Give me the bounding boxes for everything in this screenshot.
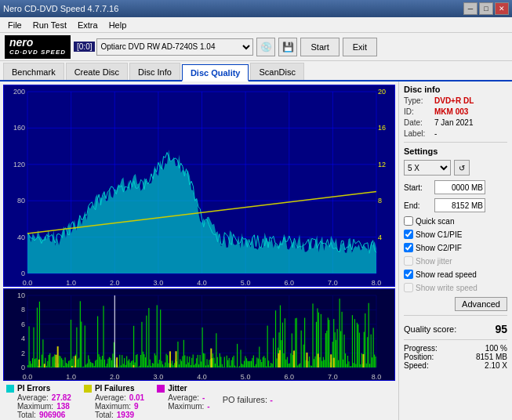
pi-failures-label: PI Failures	[95, 384, 135, 393]
title-text: Nero CD-DVD Speed 4.7.7.16	[3, 4, 118, 13]
quick-scan-checkbox[interactable]	[404, 216, 413, 226]
disc-label-row: Label: -	[404, 129, 507, 138]
disc-id-row: ID: MKM 003	[404, 107, 507, 116]
pi-failures-avg-value: 0.01	[129, 393, 144, 402]
quick-scan-label: Quick scan	[416, 217, 454, 226]
show-write-speed-label: Show write speed	[416, 284, 478, 292]
speed-dropdown[interactable]: 5 X	[404, 160, 451, 176]
bottom-chart	[3, 288, 395, 381]
start-label: Start:	[404, 183, 431, 192]
quality-score-value: 95	[495, 323, 507, 335]
progress-section: Progress: 100 % Position: 8151 MB Speed:…	[404, 344, 507, 370]
show-write-speed-row[interactable]: Show write speed	[404, 283, 507, 292]
pi-errors-total-label: Total:	[17, 411, 36, 419]
progress-value: 100 %	[485, 344, 507, 353]
menu-bar: File Run Test Extra Help	[0, 17, 512, 33]
quality-row: Quality score: 95	[404, 323, 507, 335]
chart-area: PI Errors Average: 27.82 Maximum: 138 To…	[0, 81, 398, 420]
end-label: End:	[404, 201, 431, 210]
legend-pi-errors-title: PI Errors	[6, 384, 71, 393]
legend-po-failures: PO failures: -	[223, 384, 273, 415]
jitter-label: Jitter	[168, 384, 187, 393]
tab-benchmark[interactable]: Benchmark	[3, 63, 64, 80]
minimize-button[interactable]: ─	[463, 2, 478, 15]
po-failures-label: PO failures:	[223, 395, 267, 404]
tab-scan-disc[interactable]: ScanDisc	[250, 63, 303, 80]
show-read-speed-checkbox[interactable]	[404, 270, 413, 279]
save-button[interactable]: 💾	[278, 38, 297, 56]
show-c2-pif-checkbox[interactable]	[404, 243, 413, 252]
advanced-button[interactable]: Advanced	[455, 297, 507, 311]
pi-failures-avg-label: Average:	[95, 393, 126, 402]
disc-type-value: DVD+R DL	[434, 96, 474, 105]
drive-dropdown[interactable]: Optiarc DVD RW AD-7240S 1.04	[96, 38, 253, 56]
menu-file[interactable]: File	[3, 19, 27, 31]
legend-pi-failures-title: PI Failures	[84, 384, 144, 393]
main-content: PI Errors Average: 27.82 Maximum: 138 To…	[0, 81, 512, 420]
drive-selector[interactable]: [0:0] Optiarc DVD RW AD-7240S 1.04	[74, 38, 253, 56]
tab-disc-quality[interactable]: Disc Quality	[182, 64, 249, 81]
disc-type-label: Type:	[404, 96, 431, 105]
end-input-row[interactable]: End:	[404, 198, 507, 212]
menu-help[interactable]: Help	[104, 19, 132, 31]
tab-disc-info[interactable]: Disc Info	[129, 63, 180, 80]
disc-type-row: Type: DVD+R DL	[404, 96, 507, 105]
pi-errors-avg-value: 27.82	[52, 393, 71, 402]
pi-failures-max-label: Maximum:	[95, 402, 131, 411]
legend-jitter-title: Jitter	[157, 384, 209, 393]
show-jitter-checkbox[interactable]	[404, 256, 413, 266]
divider-1	[404, 142, 507, 143]
show-write-speed-checkbox[interactable]	[404, 283, 413, 292]
disc-date-label: Date:	[404, 118, 431, 127]
jitter-max-label: Maximum:	[168, 402, 204, 411]
disc-label-value: -	[434, 129, 437, 138]
divider-3	[404, 339, 507, 340]
menu-extra[interactable]: Extra	[73, 19, 103, 31]
disc-date-row: Date: 7 Jan 2021	[404, 118, 507, 127]
pi-failures-max-value: 9	[134, 402, 139, 411]
title-bar: Nero CD-DVD Speed 4.7.7.16 ─ □ ✕	[0, 0, 512, 17]
top-chart-canvas	[4, 85, 395, 287]
drive-label: [0:0]	[74, 42, 95, 52]
jitter-avg-value: -	[202, 393, 205, 402]
show-c1-pie-row[interactable]: Show C1/PIE	[404, 230, 507, 239]
disc-id-label: ID:	[404, 107, 431, 116]
disc-info-title: Disc info	[404, 85, 507, 94]
pi-failures-total-value: 1939	[117, 411, 134, 419]
tab-create-disc[interactable]: Create Disc	[66, 63, 128, 80]
show-c1-pie-checkbox[interactable]	[404, 230, 413, 239]
pi-failures-total-label: Total:	[95, 411, 114, 419]
show-read-speed-label: Show read speed	[416, 270, 477, 279]
legend-row: PI Errors Average: 27.82 Maximum: 138 To…	[3, 382, 395, 417]
show-read-speed-row[interactable]: Show read speed	[404, 270, 507, 279]
jitter-color-dot	[157, 385, 165, 393]
pi-errors-max-value: 138	[56, 402, 70, 411]
speed-row: Speed: 2.10 X	[404, 361, 507, 370]
bottom-chart-canvas	[4, 289, 395, 381]
speed-settings-row[interactable]: 5 X ↺	[404, 160, 507, 176]
nero-logo: nero CD·DVD SPEED	[5, 35, 71, 59]
disc-icon-button[interactable]: 💿	[256, 38, 275, 56]
quick-scan-row[interactable]: Quick scan	[404, 216, 507, 226]
end-input[interactable]	[434, 198, 485, 212]
window-controls[interactable]: ─ □ ✕	[463, 2, 509, 15]
menu-run-test[interactable]: Run Test	[28, 19, 71, 31]
close-button[interactable]: ✕	[495, 2, 509, 15]
tab-bar: Benchmark Create Disc Disc Info Disc Qua…	[0, 61, 512, 81]
settings-refresh-button[interactable]: ↺	[454, 160, 470, 176]
exit-button[interactable]: Exit	[343, 38, 377, 56]
show-c2-pif-row[interactable]: Show C2/PIF	[404, 243, 507, 252]
top-chart	[3, 85, 395, 287]
start-button[interactable]: Start	[300, 38, 339, 56]
start-input-row[interactable]: Start:	[404, 180, 507, 194]
show-jitter-label: Show jitter	[416, 257, 452, 266]
jitter-avg-label: Average:	[168, 393, 199, 402]
pi-errors-stats: Average: 27.82 Maximum: 138 Total: 90690…	[6, 393, 71, 419]
show-jitter-row[interactable]: Show jitter	[404, 256, 507, 266]
jitter-max-value: -	[207, 402, 209, 411]
pi-errors-label: PI Errors	[17, 384, 50, 393]
start-input[interactable]	[434, 180, 485, 194]
pi-errors-color-dot	[6, 385, 14, 393]
right-panel: Disc info Type: DVD+R DL ID: MKM 003 Dat…	[398, 81, 512, 420]
maximize-button[interactable]: □	[479, 2, 493, 15]
